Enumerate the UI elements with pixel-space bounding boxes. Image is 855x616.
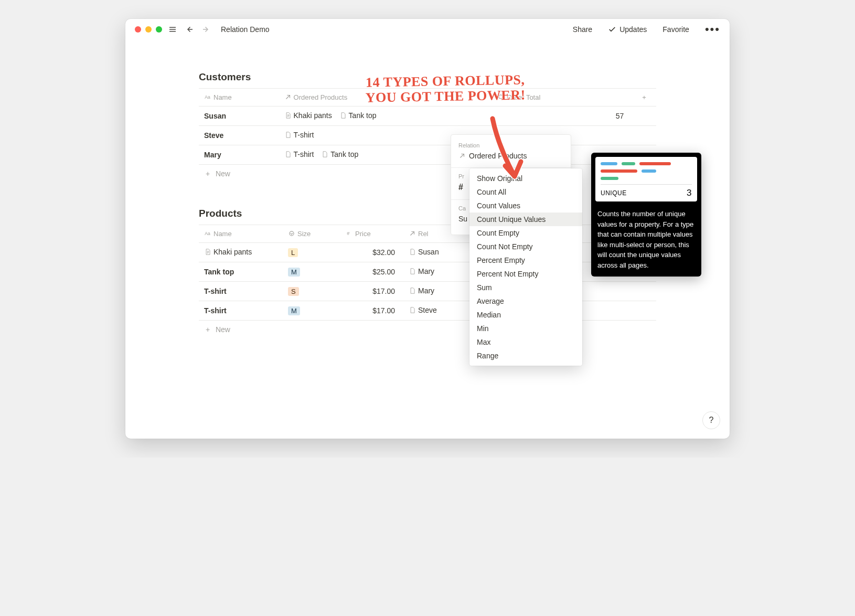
tooltip-preview: UNIQUE 3 [595, 157, 697, 201]
cell-name[interactable]: Steve [199, 126, 279, 145]
hamburger-icon[interactable] [166, 23, 179, 36]
cell-name[interactable]: Susan [199, 107, 279, 126]
cell-name[interactable]: T-shirt [199, 301, 283, 321]
cell-ordered[interactable]: Khaki pants Tank top [279, 107, 493, 126]
products-col-size[interactable]: Size [283, 225, 340, 243]
cell-size[interactable]: M [283, 301, 340, 321]
products-col-price[interactable]: #Price [340, 225, 403, 243]
tooltip-value: 3 [687, 188, 692, 198]
cell-size[interactable]: M [283, 262, 340, 282]
rollup-option[interactable]: Count Not Empty [469, 240, 582, 253]
updates-button[interactable]: Updates [608, 25, 647, 34]
tooltip-description: Counts the number of unique values for a… [591, 206, 701, 277]
cell-price[interactable]: $17.00 [340, 282, 403, 301]
relation-icon [409, 230, 418, 238]
svg-line-15 [411, 232, 414, 236]
back-button[interactable] [183, 23, 196, 36]
favorite-button[interactable]: Favorite [662, 25, 689, 34]
svg-point-13 [290, 231, 294, 236]
customers-col-name[interactable]: AaName [199, 89, 279, 107]
annotation-arrow-icon [482, 113, 535, 192]
table-row[interactable]: T-shirt M $17.00 Steve [199, 301, 656, 321]
new-row-button[interactable]: + New [199, 165, 656, 183]
cell-name[interactable]: Tank top [199, 262, 283, 282]
rollup-option[interactable]: Sum [469, 281, 582, 294]
svg-line-19 [461, 154, 464, 158]
products-table: AaName Size #Price Rel Khaki pants [199, 225, 656, 338]
cell-size[interactable]: S [283, 282, 340, 301]
cell-price[interactable]: $25.00 [340, 262, 403, 282]
plus-icon: + [204, 325, 211, 334]
cell-price[interactable]: $32.00 [340, 243, 403, 262]
cell-name[interactable]: Mary [199, 145, 279, 165]
close-window-button[interactable] [135, 26, 141, 33]
table-row[interactable]: Mary T-shirt Tank top [199, 145, 656, 165]
cell-name[interactable]: Khaki pants [199, 243, 283, 262]
text-icon: Aa [204, 93, 213, 101]
number-icon: # [346, 230, 355, 238]
text-icon: Aa [204, 230, 213, 238]
rollup-option[interactable]: Average [469, 294, 582, 308]
help-button[interactable]: ? [702, 411, 720, 429]
table-row[interactable]: Tank top M $25.00 Mary [199, 262, 656, 282]
more-menu-button[interactable]: ••• [705, 24, 720, 35]
cell-name[interactable]: T-shirt [199, 282, 283, 301]
products-title[interactable]: Products [199, 208, 656, 219]
rollup-option[interactable]: Percent Not Empty [469, 267, 582, 281]
rollup-option[interactable]: Count Values [469, 199, 582, 213]
tooltip-label: UNIQUE [601, 189, 627, 197]
customers-add-column[interactable]: + [632, 89, 656, 107]
updates-label: Updates [619, 25, 647, 34]
traffic-lights [135, 26, 162, 33]
rollup-option[interactable]: Count Empty [469, 226, 582, 240]
svg-text:#: # [347, 231, 350, 236]
rollup-function-menu[interactable]: Show OriginalCount AllCount ValuesCount … [469, 168, 582, 366]
table-row[interactable]: Khaki pants L $32.00 Susan [199, 243, 656, 262]
titlebar: Relation Demo Share Updates Favorite ••• [125, 19, 730, 40]
rollup-option[interactable]: Range [469, 349, 582, 363]
table-row[interactable]: T-shirt S $17.00 Mary [199, 282, 656, 301]
share-button[interactable]: Share [573, 25, 592, 34]
svg-text:Aa: Aa [205, 231, 210, 236]
products-col-name[interactable]: AaName [199, 225, 283, 243]
page-title[interactable]: Relation Demo [221, 25, 270, 34]
rollup-option[interactable]: Count Unique Values [469, 213, 582, 226]
cell-size[interactable]: L [283, 243, 340, 262]
rollup-option[interactable]: Max [469, 335, 582, 349]
plus-icon: + [204, 169, 211, 178]
rollup-option[interactable]: Percent Empty [469, 253, 582, 267]
minimize-window-button[interactable] [145, 26, 152, 33]
rollup-option[interactable]: Min [469, 322, 582, 335]
new-row-button[interactable]: + New [199, 321, 656, 339]
maximize-window-button[interactable] [156, 26, 162, 33]
table-row[interactable]: Susan Khaki pants Tank top 57 [199, 107, 656, 126]
annotation-text: 14 types of rollups, you got the power! [351, 72, 540, 105]
select-icon [288, 230, 297, 238]
svg-text:Aa: Aa [205, 94, 210, 100]
forward-button[interactable] [200, 23, 212, 36]
table-row[interactable]: Steve T-shirt [199, 126, 656, 145]
rollup-option[interactable]: Median [469, 308, 582, 322]
app-window: Relation Demo Share Updates Favorite •••… [125, 19, 730, 439]
relation-icon [284, 93, 294, 101]
cell-price[interactable]: $17.00 [340, 301, 403, 321]
rollup-tooltip: UNIQUE 3 Counts the number of unique val… [591, 153, 701, 277]
svg-line-6 [286, 95, 290, 99]
